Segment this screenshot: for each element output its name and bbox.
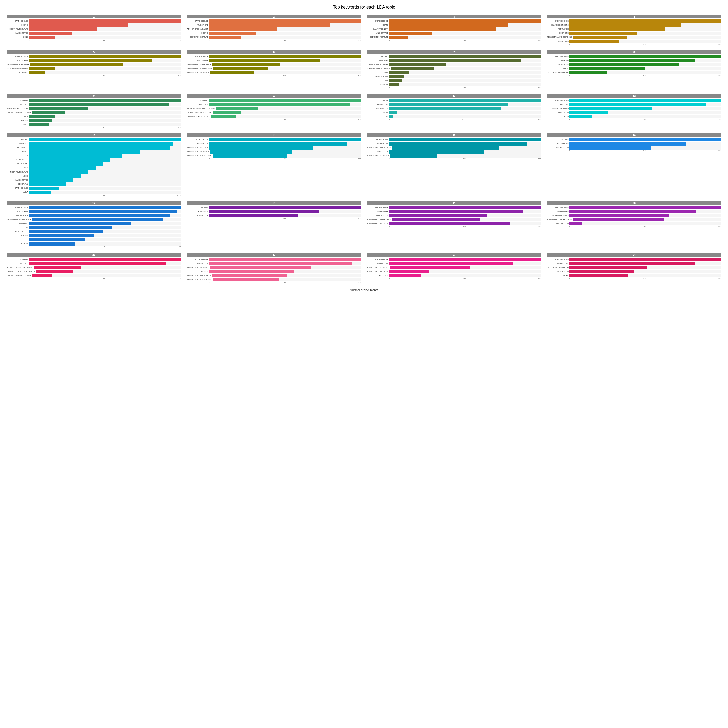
bar-label: GEOGRAPHY [367,84,388,86]
bar-fill [29,179,73,182]
bar-row: ATMOSPHERIC RADIATION [187,146,361,150]
bar-label: EARTH SCIENCE [547,99,569,101]
bar-fill [569,222,582,225]
bar-fill [569,115,592,118]
axis-tick: 300 [538,158,541,160]
bar-fill [29,210,177,213]
axis-tick: 250 [283,75,286,76]
axis-tick: 0 [209,218,210,219]
bar-row: ATMOSPHERIC WATER VAPOR [367,218,541,221]
bar-label: GODDARD SPACE FLIGHT CENTER [7,271,35,272]
bar-label: ATMOSPHERIC WATER VAPOR [367,219,392,221]
bar-label: LAND SURFACE [7,32,28,34]
bar-fill [569,214,668,217]
bar-fill [213,111,241,114]
bar-row: ATMOSPHERIC CHEMISTRY [367,154,541,158]
bar-track [209,55,361,58]
axis-tick: 0 [569,277,570,279]
axis-tick: 0 [29,246,30,248]
bar-label: NEN [367,80,388,82]
bar-fill [209,28,277,31]
bar-row: OCEAN TEMPERATURE [367,35,541,39]
bar-track [390,154,541,158]
bar-fill [213,63,280,66]
chart-topic-23: 23EARTH SCIENCEATMOSPHEREATMOSPHERIC CHE… [365,252,543,285]
bar-chart-3: EARTH SCIENCEOCEANSSALINITY/DENSITYLAND … [367,20,541,39]
bar-track [569,115,721,118]
bar-fill [569,67,645,70]
axis-tick: 300 [463,87,466,89]
bar-fill [29,191,51,194]
axis-tick: 400 [358,118,361,120]
bar-track [29,238,181,242]
bar-fill [389,150,484,154]
bar-label: RAW [7,167,28,169]
bar-fill [29,119,52,122]
x-axis: 0200400 [187,118,361,120]
bar-track [389,210,541,213]
bar-row: ATMOSPHERE [7,59,181,62]
bar-row: OCEANS [7,23,181,27]
bar-label: MICROWAVE [7,72,28,74]
bar-row: NIGHT TEMPERATURE [7,170,181,174]
bar-row: GEOSPATIAL [7,182,181,186]
bar-track [29,102,181,106]
chart-title-5: 5 [7,50,181,54]
bar-fill [210,266,310,269]
bar-fill [389,28,496,31]
bar-track [29,115,181,118]
bar-fill [29,55,181,58]
chart-topic-11: 11OCEANSOCEAN OPTICSOCEAN COLORSPICEPDS0… [365,93,543,130]
bar-row: RADAR [547,274,721,277]
bar-track [29,23,181,27]
bar-label: VEGETATION [547,112,569,113]
bar-label: MODIS [7,175,28,177]
bar-row: SALINITY/DENSITY [367,28,541,31]
bar-fill [389,23,508,27]
x-axis: 0150300 [187,39,361,41]
charts-grid: 1EARTH SCIENCEOCEANSOCEAN TEMPERATURELAN… [5,14,723,285]
bar-fill [29,102,169,106]
bar-row: PRECIPITATION [547,270,721,273]
bar-label: JET PROPULSION LABORATORY [7,266,33,268]
bar-fill [209,23,330,27]
bar-track [29,170,181,174]
bar-chart-16: OCEANSOCEAN OPTICSOCEAN COLOR [547,138,721,150]
bar-fill [569,59,694,62]
bar-row: EARTH SCIENCE [187,258,361,261]
bar-label: LAND SURFACE [7,179,28,181]
bar-track [389,206,541,209]
chart-title-6: 6 [187,50,361,54]
chart-topic-1: 1EARTH SCIENCEOCEANSOCEAN TEMPERATURELAN… [5,14,183,47]
axis-tick: 300 [358,281,361,283]
bar-track [36,270,181,273]
bar-row: KNOWLEDGE [547,63,721,66]
axis-tick: 0 [209,118,210,120]
bar-track [569,67,721,70]
bar-label: PRECIPITATION [367,151,388,153]
bar-track [389,35,541,39]
bar-track [389,258,541,261]
bar-fill [389,75,404,78]
bar-row: PROJECT [367,55,541,58]
bar-track [32,111,181,114]
bar-label: OCEAN OPTICS [7,143,28,145]
bar-row: ATMOSPHERE [187,59,361,62]
bar-row: ATMOSPHERE [547,40,721,43]
axis-tick: 400 [643,150,646,151]
bar-label: ATMOSPHERIC WATER VAPOR [187,64,211,66]
bar-row: TERRESTRIAL HYDROSPHERE [547,35,721,39]
bar-track [29,123,181,126]
chart-title-18: 18 [187,201,361,205]
bar-row: SPECTRAL/ENGINEERING [547,266,721,269]
axis-tick: 600 [178,39,181,41]
chart-topic-14: 14EARTH SCIENCEATMOSPHEREATMOSPHERIC RAD… [185,132,363,198]
bar-row: EARTH SCIENCE [7,20,181,23]
bar-fill [209,138,361,141]
bar-label: EARTH SCIENCE [7,187,28,189]
axis-tick: 200 [283,118,286,120]
bar-chart-14: EARTH SCIENCEATMOSPHEREATMOSPHERIC RADIA… [187,138,361,158]
bar-track [569,258,721,261]
chart-title-14: 14 [187,133,361,137]
bar-row: PERFORMANCE [7,230,181,233]
